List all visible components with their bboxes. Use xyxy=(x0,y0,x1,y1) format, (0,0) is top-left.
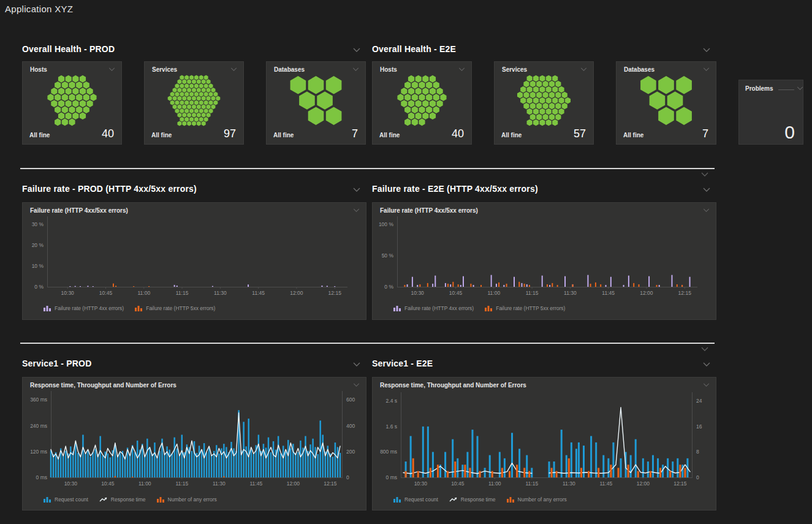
svg-text:10:45: 10:45 xyxy=(99,290,113,296)
health-tile-services-e2e[interactable]: Services All fine 57 xyxy=(494,61,594,145)
section-header-service1-e2e: Service1 - E2E xyxy=(372,359,710,368)
chevron-down-icon[interactable] xyxy=(703,383,710,387)
chevron-down-icon[interactable] xyxy=(353,48,360,52)
health-status: All fine xyxy=(623,132,643,140)
chevron-down-icon[interactable] xyxy=(353,208,360,212)
legend-item-errors[interactable]: Number of any errors xyxy=(157,496,217,503)
chevron-down-icon[interactable] xyxy=(352,67,359,71)
entity-count: 7 xyxy=(702,127,708,140)
svg-text:10:30: 10:30 xyxy=(64,480,78,487)
legend-item-4xx[interactable]: Failure rate (HTTP 4xx errors) xyxy=(393,305,474,311)
health-tile-hosts-prod[interactable]: Hosts All fine 40 xyxy=(22,61,122,145)
chevron-down-icon[interactable] xyxy=(353,362,360,366)
health-tile-databases-e2e[interactable]: Databases All fine 7 xyxy=(616,61,716,145)
chart-legend: Request count Response time Number of an… xyxy=(44,496,217,503)
bar-series-icon xyxy=(485,305,493,311)
section-header-overall-e2e: Overall Health - E2E xyxy=(372,44,710,54)
section-header-failure-e2e: Failure rate - E2E (HTTP 4xx/5xx errors) xyxy=(372,184,710,194)
svg-text:10 %: 10 % xyxy=(32,263,44,269)
svg-text:240 ms: 240 ms xyxy=(30,423,47,429)
legend-label: Failure rate (HTTP 4xx errors) xyxy=(55,305,124,311)
entity-count: 7 xyxy=(352,127,358,140)
chart-title: Failure rate (HTTP 4xx/5xx errors) xyxy=(380,207,478,214)
svg-text:360 ms: 360 ms xyxy=(30,397,47,403)
chevron-down-icon[interactable] xyxy=(353,383,360,387)
legend-item-errors[interactable]: Number of any errors xyxy=(507,496,567,503)
hosts-honeycomb[interactable] xyxy=(373,74,471,127)
legend-item-request-count[interactable]: Request count xyxy=(44,496,88,503)
legend-label: Failure rate (HTTP 4xx errors) xyxy=(404,305,474,311)
health-tile-databases-prod[interactable]: Databases All fine 7 xyxy=(266,61,366,145)
problems-count: 0 xyxy=(784,122,795,143)
svg-text:0 ms: 0 ms xyxy=(386,474,397,480)
hosts-honeycomb[interactable] xyxy=(23,74,121,127)
section-title: Service1 - E2E xyxy=(372,359,433,368)
health-status: All fine xyxy=(273,132,294,140)
service1-e2e-chart[interactable]: 2.4 s1.6 s800 ms0 ms24168010:3010:4511:0… xyxy=(373,378,717,511)
chevron-down-icon[interactable] xyxy=(703,188,710,192)
svg-text:11:15: 11:15 xyxy=(526,290,539,296)
legend-item-response-time[interactable]: Response time xyxy=(99,496,146,503)
svg-text:10:45: 10:45 xyxy=(451,480,465,487)
services-honeycomb[interactable] xyxy=(495,74,593,127)
svg-text:20 %: 20 % xyxy=(32,242,44,248)
line-series-icon xyxy=(99,496,108,503)
chevron-down-icon[interactable] xyxy=(230,67,237,71)
failure-rate-prod-chart[interactable]: 30 %20 %10 %0 %10:3010:4511:0011:1511:30… xyxy=(23,203,367,321)
health-status: All fine xyxy=(501,132,522,140)
svg-text:11:00: 11:00 xyxy=(138,480,151,487)
chevron-down-icon[interactable] xyxy=(703,67,710,71)
svg-text:11:30: 11:30 xyxy=(564,290,577,296)
svg-text:12:15: 12:15 xyxy=(674,480,687,487)
problems-tile[interactable]: Problems 0 xyxy=(738,80,803,145)
databases-honeycomb[interactable] xyxy=(267,74,365,127)
chart-legend: Failure rate (HTTP 4xx errors) Failure r… xyxy=(393,305,565,311)
failure-rate-e2e-chart[interactable]: 100 %50 %0 %10:3010:4511:0011:1511:3011:… xyxy=(373,203,717,321)
tile-title: Hosts xyxy=(380,66,397,73)
health-tile-services-prod[interactable]: Services All fine 97 xyxy=(144,61,244,145)
service1-prod-chart[interactable]: 360 ms240 ms120 ms0 ms600400200010:3010:… xyxy=(23,378,367,511)
legend-label: Request count xyxy=(404,496,438,503)
chevron-down-icon[interactable] xyxy=(703,208,710,212)
chart-tile-failure-e2e[interactable]: 100 %50 %0 %10:3010:4511:0011:1511:3011:… xyxy=(372,202,716,320)
svg-text:12:15: 12:15 xyxy=(324,480,337,487)
problems-trend-placeholder xyxy=(778,89,794,90)
chart-title: Response time, Throughput and Number of … xyxy=(380,382,526,389)
svg-text:11:30: 11:30 xyxy=(214,290,227,296)
svg-text:10:30: 10:30 xyxy=(61,290,75,296)
svg-text:16: 16 xyxy=(696,423,702,430)
svg-text:11:15: 11:15 xyxy=(525,480,538,487)
chevron-down-icon[interactable] xyxy=(353,188,360,192)
legend-item-5xx[interactable]: Failure rate (HTTP 5xx errors) xyxy=(485,305,565,311)
chevron-down-icon[interactable] xyxy=(703,362,710,366)
legend-item-request-count[interactable]: Request count xyxy=(393,496,438,503)
chevron-down-icon[interactable] xyxy=(458,67,465,71)
bar-series-icon xyxy=(393,496,401,503)
services-honeycomb[interactable] xyxy=(145,74,243,127)
databases-honeycomb[interactable] xyxy=(617,74,716,127)
tile-title: Problems xyxy=(745,85,773,92)
chart-tile-service1-prod[interactable]: 360 ms240 ms120 ms0 ms600400200010:3010:… xyxy=(22,377,366,511)
legend-label: Number of any errors xyxy=(168,496,217,503)
svg-text:200: 200 xyxy=(346,449,355,455)
chevron-down-icon[interactable] xyxy=(703,48,710,52)
legend-label: Failure rate (HTTP 5xx errors) xyxy=(146,305,215,311)
legend-item-4xx[interactable]: Failure rate (HTTP 4xx errors) xyxy=(44,305,124,311)
svg-text:50 %: 50 % xyxy=(382,253,394,259)
chart-tile-service1-e2e[interactable]: 2.4 s1.6 s800 ms0 ms24168010:3010:4511:0… xyxy=(372,377,716,511)
chevron-down-icon[interactable] xyxy=(701,172,708,177)
svg-text:0: 0 xyxy=(346,474,349,480)
chevron-down-icon[interactable] xyxy=(108,67,115,71)
chevron-down-icon[interactable] xyxy=(701,347,708,351)
svg-text:11:00: 11:00 xyxy=(487,290,500,296)
legend-item-response-time[interactable]: Response time xyxy=(449,496,496,503)
legend-item-5xx[interactable]: Failure rate (HTTP 5xx errors) xyxy=(135,305,215,311)
bar-series-icon xyxy=(44,305,51,311)
chevron-down-icon[interactable] xyxy=(797,86,803,90)
chart-tile-failure-prod[interactable]: 30 %20 %10 %0 %10:3010:4511:0011:1511:30… xyxy=(22,202,366,320)
health-tile-hosts-e2e[interactable]: Hosts All fine 40 xyxy=(372,61,472,145)
section-header-service1-prod: Service1 - PROD xyxy=(22,359,360,368)
health-status: All fine xyxy=(29,132,50,140)
chevron-down-icon[interactable] xyxy=(580,67,587,71)
tile-title: Databases xyxy=(274,66,305,73)
